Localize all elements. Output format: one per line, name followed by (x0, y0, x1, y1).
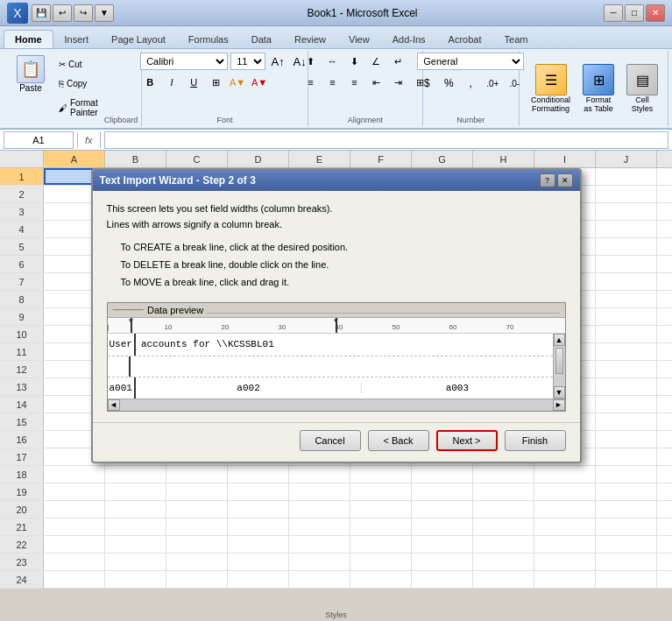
cut-button[interactable]: ✂ Cut (54, 58, 103, 71)
finish-button[interactable]: Finish (505, 430, 566, 451)
font-row-1: Calibri 11 A↑ A↓ (140, 53, 309, 70)
text-import-dialog: Text Import Wizard - Step 2 of 3 ? ✕ Thi… (91, 168, 582, 463)
customize-btn[interactable]: ▼ (95, 4, 114, 22)
format-as-table-button[interactable]: ⊞ Format as Table (577, 60, 620, 117)
data-preview-label-row: ───── Data preview (108, 303, 565, 318)
horizontal-scrollbar[interactable]: ◄ ► (108, 399, 565, 411)
increase-decimal-btn[interactable]: .0+ (483, 74, 502, 92)
paste-icon: 📋 (17, 55, 45, 83)
ribbon-tabs: Home Insert Page Layout Formulas Data Re… (0, 26, 672, 49)
tab-addins[interactable]: Add-Ins (381, 30, 437, 48)
data-cell-user: User (108, 334, 136, 356)
align-top-btn[interactable]: ⬆ (301, 53, 320, 70)
font-size-select[interactable]: 11 (230, 53, 265, 70)
data-cell-empty (108, 356, 131, 377)
conditional-formatting-button[interactable]: ☰ Conditional Formatting (525, 60, 577, 117)
ruler-50: 50 (393, 323, 400, 331)
scroll-track[interactable] (554, 346, 565, 386)
save-quick-btn[interactable]: 💾 (32, 4, 51, 22)
align-middle-btn[interactable]: ↔ (322, 53, 342, 70)
scroll-h-track[interactable] (120, 399, 553, 411)
font-family-select[interactable]: Calibri (140, 53, 228, 70)
minimize-btn[interactable]: ─ (604, 4, 623, 22)
dialog-desc-line1: This screen lets you set field widths (c… (107, 201, 566, 217)
conditional-format-container: ☰ Conditional Formatting (525, 60, 577, 117)
tab-review[interactable]: Review (283, 30, 337, 48)
paste-label: Paste (19, 83, 42, 93)
number-row: $ % , .0+ .0- (417, 74, 524, 92)
alignment-controls: ⬆ ↔ ⬇ ∠ ↵ ≡ ≡ ≡ ⇤ ⇥ ⊞ (301, 53, 429, 114)
percent-btn[interactable]: % (439, 74, 458, 92)
scroll-thumb[interactable] (555, 348, 563, 374)
instruction-1: To CREATE a break line, click at the des… (121, 239, 566, 257)
restore-btn[interactable]: □ (625, 4, 644, 22)
cancel-button[interactable]: Cancel (300, 430, 361, 451)
align-right-btn[interactable]: ≡ (344, 74, 364, 91)
cell-styles-button[interactable]: ▤ Cell Styles (620, 60, 664, 117)
number-controls: General $ % , .0+ .0- (417, 53, 524, 114)
data-preview-inner: | 10 20 30 40 50 60 70 ▼ (108, 318, 565, 411)
italic-button[interactable]: I (162, 74, 181, 91)
ruler-start: | (108, 323, 110, 331)
font-color-button[interactable]: A▼ (250, 74, 269, 91)
comma-btn[interactable]: , (461, 74, 480, 92)
window-controls: ─ □ ✕ (604, 4, 665, 22)
tab-team[interactable]: Team (493, 30, 540, 48)
tab-insert[interactable]: Insert (53, 30, 101, 48)
cell-styles-icon: ▤ (626, 64, 658, 95)
wrap-text-btn[interactable]: ↵ (388, 53, 407, 70)
app-logo: X (7, 3, 28, 24)
increase-indent-btn[interactable]: ⇥ (388, 74, 407, 91)
dialog-close-btn[interactable]: ✕ (557, 173, 573, 187)
scroll-right-btn[interactable]: ► (553, 399, 565, 411)
ribbon: Home Insert Page Layout Formulas Data Re… (0, 26, 672, 130)
currency-btn[interactable]: $ (417, 74, 436, 92)
ruler-70: 70 (506, 323, 514, 331)
cell-styles-label: Cell Styles (626, 95, 658, 113)
scroll-left-btn[interactable]: ◄ (108, 399, 120, 411)
align-center-btn[interactable]: ≡ (322, 74, 342, 91)
redo-btn[interactable]: ↪ (74, 4, 93, 22)
border-button[interactable]: ⊞ (206, 74, 225, 91)
name-box[interactable] (4, 131, 74, 149)
increase-font-btn[interactable]: A↑ (268, 53, 287, 70)
text-angle-btn[interactable]: ∠ (366, 53, 386, 70)
next-button[interactable]: Next > (436, 430, 498, 451)
tab-view[interactable]: View (337, 30, 381, 48)
dialog-titlebar: Text Import Wizard - Step 2 of 3 ? ✕ (93, 170, 580, 191)
number-format-select[interactable]: General (417, 53, 524, 70)
tab-page-layout[interactable]: Page Layout (100, 30, 177, 48)
bold-button[interactable]: B (140, 74, 159, 91)
format-as-table-label: Format as Table (583, 95, 614, 113)
underline-button[interactable]: U (184, 74, 203, 91)
format-painter-button[interactable]: 🖌 Format Painter (54, 96, 103, 119)
tab-data[interactable]: Data (240, 30, 283, 48)
ruler-60: 60 (449, 323, 457, 331)
align-bottom-btn[interactable]: ⬇ (344, 53, 364, 70)
close-btn[interactable]: ✕ (646, 4, 665, 22)
back-button[interactable]: < Back (368, 430, 429, 451)
alignment-label: Alignment (348, 114, 383, 124)
vertical-scrollbar[interactable]: ▲ ▼ (553, 334, 565, 399)
data-rows-container: User accounts for \\KCSSBL01 a001 (108, 334, 553, 399)
scroll-up-btn[interactable]: ▲ (554, 334, 565, 346)
align-left-btn[interactable]: ≡ (301, 74, 320, 91)
decrease-indent-btn[interactable]: ⇤ (366, 74, 386, 91)
dialog-description: This screen lets you set field widths (c… (107, 201, 566, 232)
alignment-group: ⬆ ↔ ⬇ ∠ ↵ ≡ ≡ ≡ ⇤ ⇥ ⊞ Alignment (308, 51, 422, 126)
tab-acrobat[interactable]: Acrobat (437, 30, 493, 48)
tab-formulas[interactable]: Formulas (177, 30, 240, 48)
fill-color-button[interactable]: A▼ (228, 74, 247, 91)
tab-home[interactable]: Home (4, 30, 53, 48)
data-preview-label: Data preview (147, 305, 203, 315)
formula-input[interactable] (104, 131, 668, 149)
dialog-help-btn[interactable]: ? (540, 173, 555, 187)
ruler-30: 30 (279, 323, 286, 331)
paste-button[interactable]: 📋 Paste (9, 53, 53, 95)
formula-divider (77, 132, 78, 148)
undo-btn[interactable]: ↩ (53, 4, 72, 22)
scroll-down-btn[interactable]: ▼ (554, 386, 565, 399)
fx-button[interactable]: fx (81, 135, 96, 145)
window-title: Book1 - Microsoft Excel (121, 7, 604, 19)
copy-button[interactable]: ⎘ Copy (54, 77, 103, 90)
